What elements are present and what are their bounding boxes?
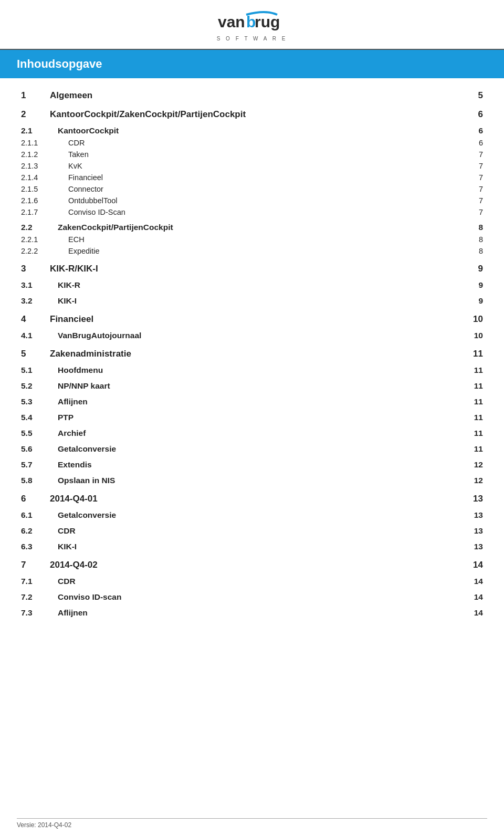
toc-entry-page: 14 <box>462 608 483 618</box>
toc-entry-number: 1 <box>21 90 50 101</box>
toc-entry: 5.3Aflijnen11 <box>21 395 483 408</box>
toc-entry-label: 2014-Q4-02 <box>50 560 462 570</box>
toc-entry-label: NP/NNP kaart <box>58 381 462 391</box>
toc-entry-label: CDR <box>58 526 462 536</box>
toc-entry-page: 11 <box>462 397 483 406</box>
toc-entry-label: CDR <box>58 577 462 586</box>
toc-entry-label: Algemeen <box>50 90 462 101</box>
toc-entry-page: 7 <box>462 173 483 182</box>
toc-entry-page: 11 <box>462 366 483 375</box>
toc-entry-page: 5 <box>462 90 483 101</box>
toc-entry-label: Conviso ID-scan <box>58 592 462 602</box>
toc-entry-page: 14 <box>462 592 483 602</box>
toc-entry-page: 10 <box>462 314 483 325</box>
toc-entry: 1Algemeen5 <box>21 89 483 102</box>
toc-entry-label: OntdubbelTool <box>68 196 462 205</box>
toc-entry: 2.1.7Conviso ID-Scan7 <box>21 206 483 218</box>
toc-entry: 7.2Conviso ID-scan14 <box>21 591 483 603</box>
toc-entry: 3.2KIK-I9 <box>21 295 483 307</box>
toc-entry: 5.2NP/NNP kaart11 <box>21 380 483 392</box>
toc-entry-label: VanBrugAutojournaal <box>58 331 462 340</box>
toc-entry: 5Zakenadministratie11 <box>21 347 483 361</box>
logo-container: van b rug S O F T W A R E <box>217 9 288 41</box>
toc-entry-number: 5.7 <box>21 460 58 469</box>
toc-entry: 2.2ZakenCockpit/PartijenCockpit8 <box>21 221 483 234</box>
toc-entry-page: 13 <box>462 510 483 520</box>
toc-entry-number: 2.1.5 <box>21 185 68 193</box>
svg-text:van: van <box>218 13 245 30</box>
toc-entry-label: Opslaan in NIS <box>58 476 462 485</box>
toc-entry-number: 3 <box>21 264 50 274</box>
toc-entry-label: Aflijnen <box>58 397 462 406</box>
toc-entry-label: Archief <box>58 429 462 438</box>
toc-entry-number: 7.3 <box>21 608 58 618</box>
toc-entry-label: Taken <box>68 150 462 159</box>
toc-entry-page: 11 <box>462 444 483 454</box>
toc-entry-page: 10 <box>462 331 483 340</box>
toc-entry-number: 5.8 <box>21 476 58 485</box>
toc-entry-label: KIK-R/KIK-I <box>50 264 462 274</box>
toc-entry-page: 8 <box>462 235 483 244</box>
toc-entry-number: 6.2 <box>21 526 58 536</box>
toc-entry-number: 5.5 <box>21 429 58 438</box>
toc-entry-page: 14 <box>462 560 483 570</box>
toc-entry-number: 2.1.2 <box>21 150 68 159</box>
toc-entry: 5.8Opslaan in NIS12 <box>21 474 483 487</box>
toc-entry-page: 7 <box>462 185 483 193</box>
toc-entry-page: 9 <box>462 296 483 306</box>
toc-entry-page: 9 <box>462 280 483 290</box>
toc-entry: 3KIK-R/KIK-I9 <box>21 262 483 276</box>
toc-entry: 5.6Getalconversie11 <box>21 443 483 455</box>
toc-entry: 6.1Getalconversie13 <box>21 509 483 521</box>
toc-entry-number: 4 <box>21 314 50 325</box>
toc-entry-label: ZakenCockpit/PartijenCockpit <box>58 223 462 232</box>
toc-entry-label: Extendis <box>58 460 462 469</box>
toc-entry-number: 2.1.3 <box>21 162 68 170</box>
toc-entry-number: 5.2 <box>21 381 58 391</box>
toc-entry-number: 5.1 <box>21 366 58 375</box>
toc-entry-number: 5.6 <box>21 444 58 454</box>
toc-entry-page: 7 <box>462 208 483 216</box>
toc-entry: 2KantoorCockpit/ZakenCockpit/PartijenCoc… <box>21 108 483 121</box>
toc-entry-label: KIK-I <box>58 542 462 551</box>
toc-entry-page: 6 <box>462 126 483 135</box>
toc-entry-number: 2.1 <box>21 126 58 135</box>
toc-entry-number: 4.1 <box>21 331 58 340</box>
page-footer: Versie: 2014-Q4-02 <box>17 818 487 829</box>
toc-entry-number: 3.2 <box>21 296 58 306</box>
toc-entry: 3.1KIK-R9 <box>21 279 483 291</box>
toc-entry-page: 6 <box>462 139 483 147</box>
toc-entry-page: 13 <box>462 494 483 504</box>
toc-entry-number: 2 <box>21 109 50 120</box>
toc-entry-page: 11 <box>462 413 483 422</box>
toc-entry-number: 5.4 <box>21 413 58 422</box>
toc-entry: 2.1.3KvK7 <box>21 160 483 172</box>
toc-entry-number: 7.2 <box>21 592 58 602</box>
toc-entry-label: Conviso ID-Scan <box>68 208 462 216</box>
toc-entry: 5.5Archief11 <box>21 427 483 440</box>
toc-entry-number: 3.1 <box>21 280 58 290</box>
toc-entry-label: Connector <box>68 185 462 193</box>
toc-entry-label: 2014-Q4-01 <box>50 494 462 504</box>
toc-entry: 5.7Extendis12 <box>21 458 483 471</box>
toc-entry: 2.2.1ECH8 <box>21 234 483 245</box>
toc-entry: 2.2.2Expeditie8 <box>21 245 483 257</box>
toc-entry-label: KIK-I <box>58 296 462 306</box>
toc-entry-label: KantoorCockpit <box>58 126 462 135</box>
toc-entry-page: 12 <box>462 460 483 469</box>
toc-entry: 2.1.2Taken7 <box>21 149 483 160</box>
page-header: van b rug S O F T W A R E <box>0 0 504 50</box>
toc-entry-page: 13 <box>462 542 483 551</box>
toc-body: 1Algemeen52KantoorCockpit/ZakenCockpit/P… <box>0 78 504 651</box>
toc-entry-number: 6.3 <box>21 542 58 551</box>
logo-subtitle: S O F T W A R E <box>217 36 288 41</box>
toc-entry: 4.1VanBrugAutojournaal10 <box>21 329 483 342</box>
toc-entry-number: 2.2.1 <box>21 235 68 244</box>
toc-entry-number: 2.1.1 <box>21 139 68 147</box>
toc-entry: 62014-Q4-0113 <box>21 492 483 506</box>
toc-entry-label: KantoorCockpit/ZakenCockpit/PartijenCock… <box>50 109 462 120</box>
toc-entry-page: 7 <box>462 162 483 170</box>
toc-entry: 5.1Hoofdmenu11 <box>21 364 483 377</box>
toc-entry-number: 5 <box>21 349 50 359</box>
toc-entry: 4Financieel10 <box>21 312 483 326</box>
